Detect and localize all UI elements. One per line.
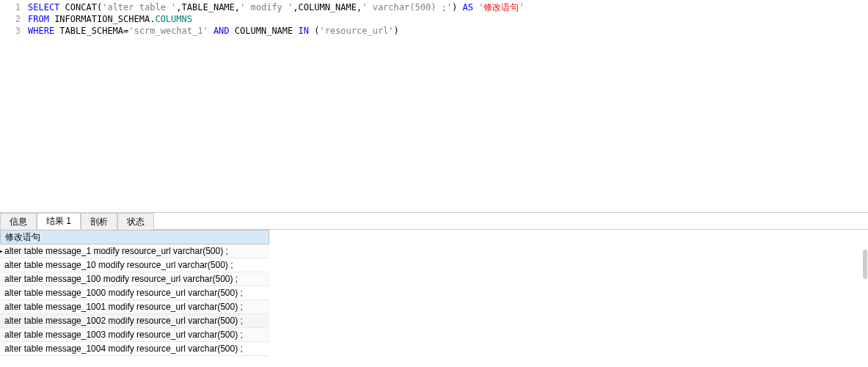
table-row[interactable]: alter table message_1003 modify resource… (0, 328, 269, 342)
line-number: 2 (0, 13, 28, 25)
string-literal: ' modify ' (240, 2, 293, 12)
line-gutter: 1 2 3 (0, 0, 28, 212)
keyword-in: IN (299, 26, 309, 36)
tab-result-1[interactable]: 结果 1 (37, 213, 81, 230)
keyword-from: FROM (28, 14, 49, 24)
results-grid[interactable]: 修改语句 alter table message_1 modify resour… (0, 230, 269, 356)
table-row[interactable]: alter table message_1001 modify resource… (0, 300, 269, 314)
string-literal: ' varchar(500) ;' (362, 2, 452, 12)
table-row[interactable]: alter table message_1000 modify resource… (0, 286, 269, 300)
table-row[interactable]: alter table message_1002 modify resource… (0, 314, 269, 328)
tab-profile[interactable]: 剖析 (81, 213, 117, 230)
line-number: 3 (0, 25, 28, 37)
tab-info[interactable]: 信息 (0, 213, 37, 230)
sql-editor[interactable]: 1 2 3 SELECT CONCAT('alter table ',TABLE… (0, 0, 868, 213)
vertical-scrollbar[interactable] (862, 0, 868, 356)
keyword-where: WHERE (28, 26, 54, 36)
identifier-columns: COLUMNS (155, 14, 192, 24)
string-literal: 'resource_url' (319, 26, 393, 36)
column-header[interactable]: 修改语句 (0, 230, 269, 244)
line-number: 1 (0, 1, 28, 13)
tab-status[interactable]: 状态 (117, 213, 154, 230)
string-literal: 'scrm_wechat_1' (128, 26, 208, 36)
keyword-and: AND (214, 26, 230, 36)
keyword-as: AS (463, 2, 473, 12)
table-row[interactable]: alter table message_1004 modify resource… (0, 342, 269, 356)
table-row[interactable]: alter table message_1 modify resource_ur… (0, 244, 269, 258)
keyword-select: SELECT (28, 2, 59, 12)
scrollbar-thumb[interactable] (863, 250, 867, 279)
result-tabs: 信息 结果 1 剖析 状态 (0, 213, 868, 230)
func-concat: CONCAT (65, 2, 97, 12)
sql-code[interactable]: SELECT CONCAT('alter table ',TABLE_NAME,… (28, 0, 868, 212)
alias-literal: 修改语句 (484, 2, 519, 12)
string-literal: 'alter table ' (102, 2, 176, 12)
table-row[interactable]: alter table message_10 modify resource_u… (0, 258, 269, 272)
table-row[interactable]: alter table message_100 modify resource_… (0, 272, 269, 286)
